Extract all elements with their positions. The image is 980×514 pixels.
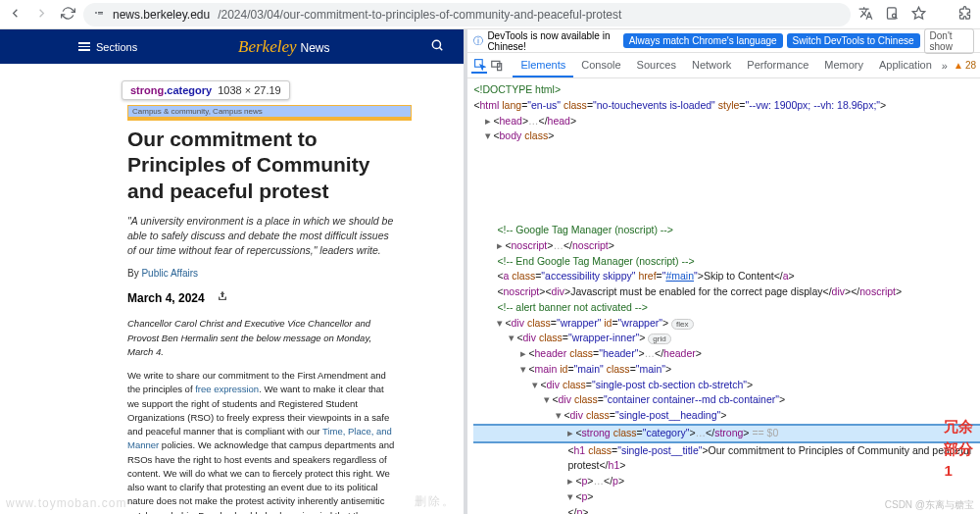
dom-strong-selected[interactable]: ▸<strong class="category">…</strong> == … xyxy=(473,424,980,443)
site-brand[interactable]: BerkeleyNews xyxy=(238,37,329,57)
elements-tree[interactable]: <!DOCTYPE html> <html lang="en-us" class… xyxy=(467,78,980,514)
dom-skip-link[interactable]: <a class="accessibility skippy" href="#m… xyxy=(473,269,980,284)
article: Our commitment to Principles of Communit… xyxy=(127,127,395,514)
dom-comment-gtm2[interactable]: <!-- End Google Tag Manager (noscript) -… xyxy=(473,254,980,270)
dom-wrapper-inner[interactable]: ▾<div class="wrapper-inner"> grid xyxy=(473,331,980,346)
tab-elements[interactable]: Elements xyxy=(513,54,573,77)
devtools-tabs: Elements Console Sources Network Perform… xyxy=(467,53,980,78)
byline-author-link[interactable]: Public Affairs xyxy=(141,268,198,279)
extensions-icon[interactable] xyxy=(957,6,972,24)
annotation-redundant: 冗余部分1 xyxy=(944,416,980,483)
tab-performance[interactable]: Performance xyxy=(739,54,816,77)
dom-wrapper[interactable]: ▾<div class="wrapper" id="wrapper"> flex xyxy=(473,316,980,332)
svg-point-6 xyxy=(433,40,441,48)
info-icon: ⓘ xyxy=(473,34,483,48)
chip-dont-show[interactable]: Don't show xyxy=(924,28,974,54)
reload-icon[interactable] xyxy=(61,6,75,24)
brand-sub: News xyxy=(301,41,330,55)
site-info-icon[interactable] xyxy=(93,7,105,22)
dom-container[interactable]: ▾<div class="container container--md cb-… xyxy=(473,392,980,408)
article-date: March 4, 2024 xyxy=(127,291,205,305)
dom-body[interactable]: ▾<body class> xyxy=(473,128,980,144)
devtools-panel: ⓘ DevTools is now available in Chinese! … xyxy=(464,29,980,514)
translate-icon[interactable] xyxy=(858,6,873,24)
url-path: /2024/03/04/our-commitment-to-principles… xyxy=(218,8,621,22)
dom-p1[interactable]: ▸<p>…</p> xyxy=(473,474,980,489)
brand-main: Berkeley xyxy=(238,37,296,56)
inspect-tooltip: strong.category1038 × 27.19 xyxy=(122,80,290,100)
chip-match-lang[interactable]: Always match Chrome's language xyxy=(623,33,783,48)
byline-prefix: By xyxy=(127,268,141,279)
browser-toolbar: news.berkeley.edu/2024/03/04/our-commitm… xyxy=(0,0,980,29)
dom-comment-alert[interactable]: <!-- alert banner not activated --> xyxy=(473,300,980,316)
svg-point-0 xyxy=(95,12,96,13)
page-viewport: Sections BerkeleyNews strong.category103… xyxy=(0,29,464,514)
more-tabs-icon[interactable]: » xyxy=(942,60,948,72)
tab-sources[interactable]: Sources xyxy=(629,54,684,77)
dom-header[interactable]: ▸<header class="header">…</header> xyxy=(473,346,980,362)
link-free-expression[interactable]: free expression xyxy=(195,384,259,394)
tab-console[interactable]: Console xyxy=(573,54,628,77)
search-page-icon[interactable] xyxy=(885,6,900,24)
para-body-1: We write to share our commitment to the … xyxy=(127,369,395,514)
banner-text: DevTools is now available in Chinese! xyxy=(487,30,618,52)
share-icon[interactable] xyxy=(217,290,228,305)
dom-heading[interactable]: ▾<div class="single-post__heading"> xyxy=(473,408,980,424)
devtools-language-banner: ⓘ DevTools is now available in Chinese! … xyxy=(467,29,980,53)
dom-head[interactable]: ▸<head>…</head> xyxy=(473,114,980,129)
byline: By Public Affairs xyxy=(127,268,395,279)
search-icon[interactable] xyxy=(430,38,444,55)
watermark-left: www.toymoban.com xyxy=(6,496,126,510)
dom-noscript-js[interactable]: <noscript><div>Javascript must be enable… xyxy=(473,284,980,300)
sections-button[interactable]: Sections xyxy=(78,41,137,53)
csdn-watermark: CSDN @东离与糖宝 xyxy=(885,497,974,512)
dom-h1[interactable]: <h1 class="single-post__title">Our commi… xyxy=(473,443,980,475)
dom-section[interactable]: ▾<div class="single-post cb-section cb-s… xyxy=(473,378,980,393)
site-header: Sections BerkeleyNews xyxy=(0,29,464,64)
address-bar[interactable]: news.berkeley.edu/2024/03/04/our-commitm… xyxy=(83,3,851,26)
svg-marker-5 xyxy=(912,7,925,19)
hamburger-icon xyxy=(78,42,90,51)
star-icon[interactable] xyxy=(911,6,926,24)
dom-main[interactable]: ▾<main id="main" class="main"> xyxy=(473,362,980,378)
article-lede: "A university environment is a place in … xyxy=(127,214,395,259)
watermark-right: 删除。 xyxy=(415,493,456,510)
sections-label: Sections xyxy=(96,41,137,53)
dom-html[interactable]: <html lang="en-us" class="no-touchevents… xyxy=(473,98,980,114)
back-icon[interactable] xyxy=(8,6,23,24)
url-host: news.berkeley.edu xyxy=(113,8,210,22)
dom-noscript1[interactable]: ▸<noscript>…</noscript> xyxy=(473,238,980,254)
dom-comment-gtm1[interactable]: <!-- Google Tag Manager (noscript) --> xyxy=(473,223,980,238)
inspect-tool-icon[interactable] xyxy=(471,58,487,74)
tab-network[interactable]: Network xyxy=(684,54,739,77)
article-title: Our commitment to Principles of Communit… xyxy=(127,127,395,204)
device-toggle-icon[interactable] xyxy=(489,58,505,74)
para-intro: Chancellor Carol Christ and Executive Vi… xyxy=(127,317,395,359)
tab-memory[interactable]: Memory xyxy=(816,54,871,77)
forward-icon[interactable] xyxy=(34,6,49,24)
dom-doctype[interactable]: <!DOCTYPE html> xyxy=(473,82,980,98)
chip-switch-lang[interactable]: Switch DevTools to Chinese xyxy=(787,33,920,48)
category-highlight: Campus & community, Campus news xyxy=(127,105,412,118)
tab-application[interactable]: Application xyxy=(871,54,940,77)
warnings-badge[interactable]: ▲28 xyxy=(954,60,976,71)
